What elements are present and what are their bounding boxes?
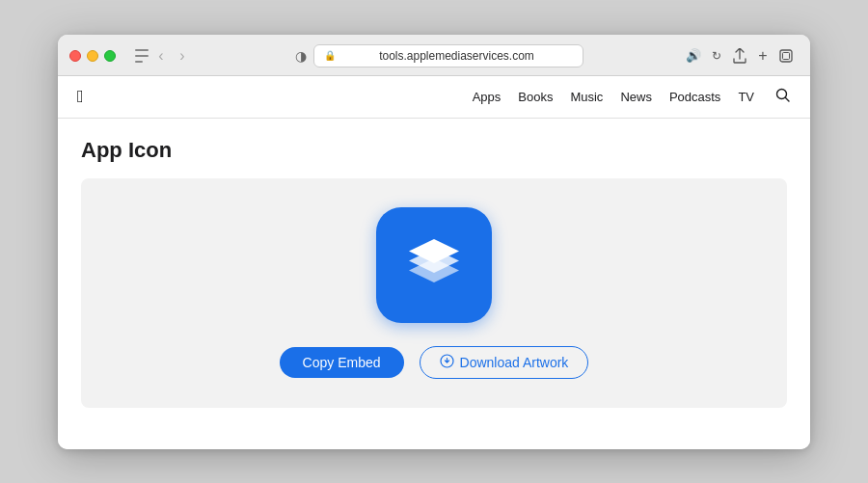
browser-window: ‹ › ◑ 🔒 tools.applemediaservices.com 🔊 ↻ — [58, 35, 810, 449]
svg-rect-0 — [780, 50, 792, 62]
svg-line-3 — [786, 97, 790, 101]
nav-link-tv[interactable]: TV — [738, 90, 754, 104]
forward-button[interactable]: › — [174, 47, 191, 65]
download-artwork-button[interactable]: Download Artwork — [420, 346, 589, 379]
nav-link-news[interactable]: News — [620, 90, 652, 104]
nav-link-books[interactable]: Books — [518, 90, 553, 104]
back-button[interactable]: ‹ — [152, 47, 170, 65]
apple-logo:  — [77, 88, 84, 105]
browser-actions: 🔊 ↻ + — [685, 47, 799, 65]
site-nav:  Apps Books Music News Podcasts TV — [58, 76, 810, 119]
nav-links: Apps Books Music News Podcasts TV — [473, 88, 791, 106]
url-text: tools.applemediaservices.com — [340, 49, 573, 63]
app-icon-svg — [395, 227, 473, 304]
sidebar-icon — [135, 49, 149, 63]
page-title: App Icon — [81, 138, 787, 163]
copy-embed-button[interactable]: Copy Embed — [280, 347, 404, 378]
minimize-button[interactable] — [87, 50, 98, 62]
download-icon — [440, 354, 454, 371]
app-icon — [376, 207, 492, 323]
site-content:  Apps Books Music News Podcasts TV App … — [58, 76, 810, 449]
title-bar: ‹ › ◑ 🔒 tools.applemediaservices.com 🔊 ↻ — [58, 35, 810, 75]
address-bar-container: ◑ 🔒 tools.applemediaservices.com — [199, 44, 677, 67]
maximize-button[interactable] — [104, 50, 116, 62]
theme-icon: ◑ — [292, 47, 310, 65]
svg-point-2 — [777, 89, 787, 98]
action-buttons: Copy Embed Download Artwork — [280, 346, 589, 379]
address-bar[interactable]: 🔒 tools.applemediaservices.com — [313, 44, 583, 67]
browser-chrome: ‹ › ◑ 🔒 tools.applemediaservices.com 🔊 ↻ — [58, 35, 810, 76]
svg-rect-1 — [783, 52, 790, 59]
lock-icon: 🔒 — [324, 50, 336, 61]
artwork-container: Copy Embed Download Artwork — [81, 178, 787, 408]
nav-link-music[interactable]: Music — [570, 90, 603, 104]
nav-link-podcasts[interactable]: Podcasts — [669, 90, 720, 104]
share-button[interactable] — [731, 47, 748, 65]
search-icon[interactable] — [775, 88, 791, 106]
refresh-button[interactable]: ↻ — [708, 47, 725, 65]
nav-link-apps[interactable]: Apps — [473, 90, 502, 104]
close-button[interactable] — [69, 50, 81, 62]
add-tab-button[interactable]: + — [754, 47, 772, 65]
audio-icon[interactable]: 🔊 — [685, 47, 702, 65]
page-body: App Icon Copy Embed — [58, 119, 810, 449]
download-label: Download Artwork — [460, 355, 569, 370]
tabs-overview-button[interactable] — [777, 47, 795, 65]
traffic-lights — [69, 50, 116, 62]
sidebar-toggle-button[interactable] — [131, 47, 149, 65]
browser-controls: ‹ › — [131, 47, 191, 65]
